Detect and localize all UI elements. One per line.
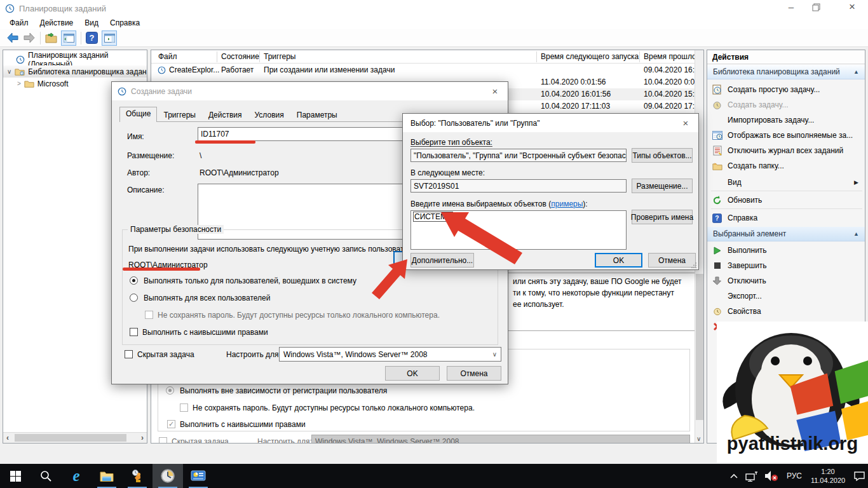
tab-settings[interactable]: Параметры (290, 108, 344, 122)
column-divider[interactable] (217, 51, 217, 62)
minimize-button[interactable]: – (782, 1, 801, 12)
column-divider[interactable] (259, 51, 260, 62)
create-ok-button[interactable]: OK (385, 366, 440, 381)
table-row[interactable]: CreateExplor... Работает При создании ил… (151, 64, 703, 76)
col-file[interactable]: Файл (158, 52, 177, 61)
examples-link[interactable]: примеры (551, 200, 583, 208)
tray-notification-center-icon[interactable] (850, 464, 868, 488)
menu-view[interactable]: Вид (79, 18, 104, 27)
menu-action[interactable]: Действие (34, 18, 79, 27)
tray-show-hidden-icons[interactable] (726, 464, 742, 488)
action-help[interactable]: ? Справка (707, 210, 865, 226)
preview-radio-independent[interactable] (166, 386, 174, 395)
tab-conditions[interactable]: Условия (248, 108, 290, 122)
configure-for-label: Настроить для: (226, 350, 281, 359)
tab-general[interactable]: Общие (119, 107, 157, 122)
collapse-icon[interactable]: ▲ (853, 231, 859, 237)
action-import-task[interactable]: Импортировать задачу... (707, 112, 865, 128)
action-disable-history[interactable]: Отключить журнал всех заданий (707, 143, 865, 158)
scroll-thumb[interactable] (696, 274, 703, 420)
select-ok-button[interactable]: OK (595, 253, 642, 268)
tab-actions[interactable]: Действия (202, 108, 248, 122)
radio-logged-only[interactable] (130, 276, 138, 285)
col-triggers[interactable]: Триггеры (264, 52, 296, 61)
scroll-thumb[interactable] (15, 434, 126, 442)
show-console-tree-button[interactable] (61, 30, 76, 46)
taskbar-search-button[interactable] (31, 464, 61, 488)
forward-button[interactable] (23, 32, 36, 43)
close-button[interactable]: × (843, 1, 862, 13)
preview-check-password[interactable] (180, 403, 188, 412)
action-export[interactable]: Экспорт... (707, 288, 865, 304)
action-run[interactable]: Выполнить (707, 243, 865, 258)
check-hidden-task[interactable] (125, 350, 133, 358)
actions-section-library[interactable]: Библиотека планировщика заданий ▲ (707, 65, 865, 79)
location-field[interactable]: SVT2019S01 (410, 179, 627, 193)
show-action-pane-button[interactable] (102, 30, 117, 46)
col-next-run[interactable]: Время следующего запуска (541, 52, 639, 61)
action-view[interactable]: Вид ▶ (707, 175, 865, 190)
tree-item-library[interactable]: ∨ Библиотека планировщика задан (3, 65, 147, 78)
tree-item-root[interactable]: Планировщик заданий (Локальный) (3, 53, 147, 65)
dialog-close-button[interactable]: × (482, 82, 508, 100)
start-button[interactable] (0, 464, 31, 488)
tray-language-indicator[interactable]: РУС (783, 464, 806, 488)
menu-file[interactable]: Файл (4, 18, 34, 27)
dropdown-arrow-icon[interactable]: ∨ (492, 351, 497, 358)
radio-all-users[interactable] (130, 294, 138, 302)
column-divider[interactable] (536, 51, 537, 62)
tree-h-scrollbar[interactable]: ‹ › (3, 432, 147, 443)
configure-for-combo[interactable]: Windows Vista™, Windows Server™ 2008 ∨ (279, 347, 501, 362)
taskbar-server-manager-button[interactable] (183, 464, 214, 488)
check-highest-privileges[interactable] (130, 328, 138, 336)
action-create-basic-task[interactable]: Создать простую задачу... (707, 82, 865, 97)
tray-volume-muted-icon[interactable] (761, 464, 782, 488)
tray-network-icon[interactable] (742, 464, 761, 488)
create-dialog-titlebar[interactable]: Создание задачи × (112, 82, 508, 100)
action-end[interactable]: Завершить (707, 258, 865, 273)
tree-expander-icon[interactable]: ∨ (7, 68, 11, 75)
taskbar-internet-explorer-button[interactable]: e (61, 464, 92, 488)
action-create-task[interactable]: Создать задачу... (707, 97, 865, 112)
resize-grip[interactable] (691, 262, 697, 268)
action-display-running[interactable]: Отображать все выполняемые за... (707, 128, 865, 143)
column-divider[interactable] (639, 51, 640, 62)
object-type-field[interactable]: "Пользователь", "Группа" или "Встроенный… (410, 149, 627, 162)
preview-hidden-check[interactable] (159, 437, 167, 444)
scroll-right-arrow[interactable]: › (141, 433, 144, 442)
check-names-button[interactable]: Проверить имена (632, 210, 693, 224)
dialog-close-button[interactable]: × (673, 114, 698, 132)
tray-clock[interactable]: 1:20 11.04.2020 (807, 464, 849, 488)
action-refresh[interactable]: Обновить (707, 193, 865, 208)
check-no-password[interactable] (145, 311, 153, 319)
location-button[interactable]: Размещение... (632, 179, 693, 193)
create-cancel-button[interactable]: Отмена (447, 366, 501, 381)
object-types-button[interactable]: Типы объектов... (632, 148, 693, 163)
scroll-left-arrow[interactable]: ‹ (6, 433, 9, 442)
taskbar-task-scheduler-button[interactable] (153, 464, 183, 488)
screen: { "glyphs": { "collapse": "▲", "submenu"… (0, 0, 868, 488)
help-button[interactable]: ? (86, 32, 98, 44)
restore-button[interactable] (812, 3, 820, 11)
action-disable[interactable]: Отключить (707, 273, 865, 288)
back-button[interactable] (6, 32, 19, 43)
taskbar-ad-tool-button[interactable] (122, 464, 153, 488)
tree-expander-icon[interactable]: > (17, 80, 21, 87)
preview-check-highest[interactable]: ✓ (167, 420, 175, 428)
select-cancel-button[interactable]: Отмена (648, 253, 696, 268)
taskbar-file-explorer-button[interactable] (92, 464, 122, 488)
collapse-icon[interactable]: ▲ (853, 69, 859, 75)
scroll-down-arrow[interactable]: ∨ (696, 435, 701, 442)
tab-triggers[interactable]: Триггеры (157, 108, 202, 122)
actions-section-selected-item[interactable]: Выбранный элемент ▲ (707, 227, 865, 241)
menu-help[interactable]: Справка (104, 18, 146, 27)
select-dialog-titlebar[interactable]: Выбор: "Пользователь" или "Группа" × (403, 114, 698, 132)
title-bar[interactable]: Планировщик заданий – × (0, 0, 868, 17)
col-last-run[interactable]: Время прошлог (644, 52, 699, 61)
author-label: Автор: (127, 168, 150, 177)
preview-configure-combo[interactable]: Windows Vista™, Windows Server™ 2008 (311, 435, 690, 444)
action-new-folder[interactable]: Создать папку... (707, 158, 865, 173)
action-properties[interactable]: Свойства (707, 304, 865, 319)
export-list-button[interactable] (45, 32, 57, 43)
col-state[interactable]: Состояние (221, 52, 259, 61)
